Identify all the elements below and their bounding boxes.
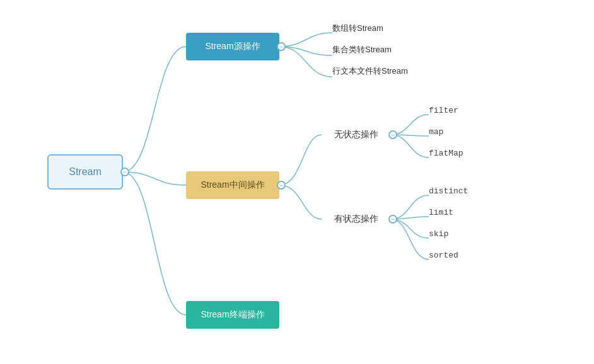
stateful-node: 有状态操作 [322, 208, 391, 230]
source-item-2: 集合类转Stream [332, 44, 392, 55]
source-collapse[interactable] [277, 42, 286, 51]
stateful-collapse[interactable] [388, 215, 397, 224]
source-node: Stream源操作 [186, 33, 279, 60]
leaf-limit: limit [429, 208, 453, 217]
source-item-3: 行文本文件转Stream [332, 65, 408, 77]
stateless-collapse[interactable] [388, 130, 397, 139]
source-item-1: 数组转Stream [332, 23, 383, 34]
leaf-distinct: distinct [429, 186, 468, 196]
leaf-flatmap: flatMap [429, 149, 463, 158]
leaf-sorted: sorted [429, 251, 458, 260]
root-collapse[interactable] [120, 168, 129, 176]
middle-node: Stream中间操作 [186, 171, 279, 199]
stateless-node: 无状态操作 [322, 123, 391, 146]
leaf-skip: skip [429, 229, 448, 239]
terminal-label: Stream终端操作 [201, 309, 264, 321]
middle-collapse[interactable] [277, 181, 286, 190]
stateful-label: 有状态操作 [334, 213, 378, 225]
terminal-node: Stream终端操作 [186, 301, 279, 329]
source-label: Stream源操作 [205, 41, 260, 52]
leaf-filter: filter [429, 106, 458, 115]
stateless-label: 无状态操作 [334, 129, 378, 140]
leaf-map: map [429, 127, 443, 137]
root-node: Stream [47, 154, 123, 190]
middle-label: Stream中间操作 [201, 179, 264, 191]
root-label: Stream [69, 166, 102, 178]
